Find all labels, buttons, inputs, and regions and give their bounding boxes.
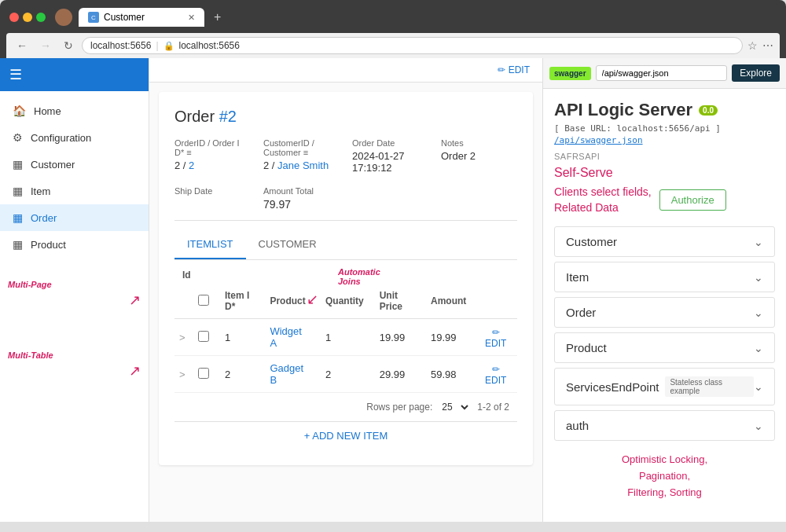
swagger-section-services: ServicesEndPoint Stateless class example… (554, 368, 775, 405)
tab-customer[interactable]: CUSTOMER (246, 230, 329, 259)
api-base-url: [ Base URL: localhost:5656/api ] (554, 123, 775, 134)
tab-itemlist[interactable]: ITEMLIST (174, 230, 246, 259)
chevron-down-icon-item: ⌄ (754, 271, 763, 284)
table-row: > 1 Widget A 1 19.99 19.99 ✏ EDIT (174, 319, 517, 356)
sidebar-item-home[interactable]: 🏠 Home (0, 97, 149, 124)
traffic-light-yellow[interactable] (23, 13, 32, 22)
refresh-button[interactable]: ↻ (60, 37, 77, 54)
api-title: API Logic Server (554, 100, 692, 120)
tab-close-icon[interactable]: ✕ (188, 13, 195, 23)
clients-select-label: Clients select fields,Related Data (554, 185, 652, 215)
sidebar-item-customer[interactable]: ▦ Customer (0, 151, 149, 178)
forward-button[interactable]: → (36, 37, 55, 54)
hamburger-icon[interactable]: ☰ (9, 66, 22, 83)
swagger-section-header-services[interactable]: ServicesEndPoint Stateless class example… (555, 369, 774, 405)
rows-per-page-select[interactable]: 25 50 100 (439, 401, 471, 413)
more-button[interactable]: ⋯ (762, 39, 773, 52)
field-label-customerid: CustomerID / Customer ≡ (263, 138, 340, 157)
field-label-notes: Notes (441, 138, 517, 148)
table-container: Item I D* Product Quantity Unit Price Am… (174, 284, 517, 393)
edit-row-2[interactable]: ✏ EDIT (482, 364, 509, 386)
swagger-body: API Logic Server 0.0 [ Base URL: localho… (543, 89, 786, 522)
edit-row-1[interactable]: ✏ EDIT (482, 327, 509, 349)
field-value-orderdate: 2024-01-27 17:19:12 (352, 150, 428, 174)
field-customerid: CustomerID / Customer ≡ 2 / Jane Smith (263, 138, 340, 174)
cell-product-1: Widget A (262, 319, 318, 356)
customer-link[interactable]: Jane Smith (277, 160, 329, 171)
col-actions (474, 284, 517, 319)
items-table: Item I D* Product Quantity Unit Price Am… (174, 284, 517, 393)
grid-icon-order: ▦ (13, 211, 23, 224)
pagination-info: 1-2 of 2 (477, 402, 509, 413)
table-id-header: Id (174, 266, 517, 284)
address-url1: localhost:5656 (90, 40, 151, 51)
table-footer: Rows per page: 25 50 100 1-2 of 2 (174, 393, 517, 421)
address-url2: localhost:5656 (179, 40, 240, 51)
col-expand (174, 284, 193, 319)
product-link-1[interactable]: Widget A (270, 325, 301, 349)
swagger-toolbar: swagger Explore (543, 58, 786, 89)
swagger-section-header-auth[interactable]: auth ⌄ (555, 411, 774, 440)
swagger-section-title-item: Item (566, 270, 589, 284)
sidebar-item-product[interactable]: ▦ Product (0, 231, 149, 258)
edit-button[interactable]: ✏ EDIT (498, 64, 530, 75)
sidebar-item-order[interactable]: ▦ Order (0, 204, 149, 231)
orderid-link[interactable]: 2 (189, 160, 194, 171)
sidebar-label-order: Order (31, 212, 57, 224)
swagger-section-header-product[interactable]: Product ⌄ (555, 333, 774, 362)
sidebar-label-product: Product (31, 239, 66, 251)
order-card: Order #2 OrderID / Order I D* ≡ 2 / 2 Cu… (159, 92, 533, 465)
api-version-badge: 0.0 (699, 105, 718, 116)
address-bar[interactable]: localhost:5656 | 🔒 localhost:5656 (82, 37, 743, 54)
swagger-link[interactable]: /api/swagger.json (554, 135, 775, 145)
swagger-section-header-order[interactable]: Order ⌄ (555, 298, 774, 327)
select-all-checkbox[interactable] (198, 295, 209, 306)
traffic-light-green[interactable] (36, 13, 46, 22)
cell-edit-1[interactable]: ✏ EDIT (474, 319, 517, 356)
swagger-section-title-product: Product (566, 341, 607, 354)
swagger-section-title-auth: auth (566, 419, 589, 432)
swagger-url-input[interactable] (596, 65, 728, 81)
swagger-section-header-customer[interactable]: Customer ⌄ (555, 227, 774, 256)
back-button[interactable]: ← (13, 37, 31, 54)
swagger-section-title-services: ServicesEndPoint (566, 380, 659, 394)
safrsapi-label: SAFRSAPI (554, 152, 775, 161)
checkbox-1[interactable] (193, 319, 217, 356)
main-content: ✏ EDIT Order #2 OrderID / Order I D* ≡ 2… (149, 58, 542, 522)
chevron-down-icon-order: ⌄ (754, 306, 763, 319)
sidebar-label-configuration: Configuration (31, 132, 91, 144)
field-shipdate: Ship Date (174, 186, 251, 211)
bookmark-button[interactable]: ☆ (747, 39, 758, 52)
swagger-section-customer: Customer ⌄ (554, 226, 775, 257)
product-link-2[interactable]: Gadget B (270, 362, 303, 386)
swagger-section-auth: auth ⌄ (554, 410, 775, 441)
sidebar-label-customer: Customer (31, 159, 75, 171)
sidebar-item-item[interactable]: ▦ Item (0, 178, 149, 204)
annotation-multitable: Multi-Table (8, 350, 53, 360)
checkbox-2[interactable] (193, 356, 217, 393)
sidebar-item-configuration[interactable]: ⚙ Configuration (0, 124, 149, 151)
tab-favicon: C (88, 12, 99, 23)
api-title-row: API Logic Server 0.0 (554, 100, 775, 120)
swagger-section-header-item[interactable]: Item ⌄ (555, 262, 774, 292)
field-value-orderid: 2 / 2 (174, 160, 251, 171)
swagger-logo: swagger (549, 67, 591, 80)
cell-unitprice-2: 29.99 (372, 356, 423, 393)
field-orderid: OrderID / Order I D* ≡ 2 / 2 (174, 138, 251, 174)
grid-icon-customer: ▦ (13, 158, 23, 171)
order-divider (174, 220, 517, 221)
traffic-light-red[interactable] (9, 13, 19, 22)
new-tab-button[interactable]: + (208, 6, 227, 28)
table-row: > 2 Gadget B 2 29.99 59.98 ✏ EDIT (174, 356, 517, 393)
authorize-row: Clients select fields,Related Data Autho… (554, 185, 775, 215)
cell-product-2: Gadget B (262, 356, 318, 393)
tab-active[interactable]: C Customer ✕ (79, 8, 204, 27)
add-item-button[interactable]: + ADD NEW ITEM (174, 422, 517, 449)
expand-btn-2[interactable]: > (174, 356, 193, 393)
expand-btn-1[interactable]: > (174, 319, 193, 356)
cell-edit-2[interactable]: ✏ EDIT (474, 356, 517, 393)
field-value-notes: Order 2 (441, 150, 517, 162)
authorize-button[interactable]: Authorize (659, 189, 726, 211)
swagger-explore-button[interactable]: Explore (732, 64, 780, 82)
swagger-section-title-customer: Customer (566, 235, 617, 248)
